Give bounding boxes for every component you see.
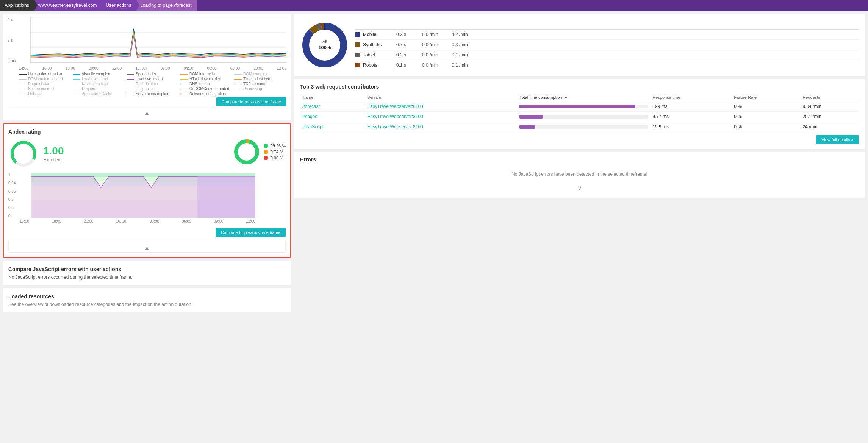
- compare-js-text: No JavaScript errors occurred during the…: [8, 275, 286, 280]
- breadcrumb-item-applications[interactable]: Applications: [0, 0, 34, 11]
- contributors-card: Top 3 web request contributors Name Serv…: [294, 79, 865, 149]
- mobile-val2: 0.0 /min: [422, 32, 449, 37]
- chart-y-labels: 4 s 2 s 0 ms: [8, 17, 16, 63]
- apdex-gauge-section: 1.00 Excellent: [8, 139, 64, 169]
- row-service-images[interactable]: EasyTravelWebserver:8100: [367, 114, 423, 119]
- table-row: JavaScript EasyTravelWebserver:8100 15.9…: [300, 122, 859, 132]
- excellent-pct: 99.26 %: [271, 144, 286, 148]
- row-response-forecast: 199 ms: [650, 101, 732, 112]
- robots-label: Robots: [363, 62, 393, 68]
- tablet-color: [355, 53, 360, 57]
- donut-row-tablet: Tablet 0.2 s 0.0 /min 0.1 /min: [355, 50, 859, 60]
- tablet-label: Tablet: [363, 52, 393, 58]
- view-full-details-btn[interactable]: View full details »: [816, 135, 859, 144]
- apdex-donut-section: 99.26 % 0.74 % 0.00 %: [233, 139, 286, 165]
- robots-color: [355, 63, 360, 67]
- donut-table: Mobile 0.2 s 0.0 /min 4.2 /min Synthetic…: [355, 20, 859, 70]
- legend-processing: Processing: [234, 87, 286, 91]
- chevron-up-icon: ▲: [144, 110, 150, 116]
- apdex-right-section: 99.26 % 0.74 % 0.00 %: [72, 139, 286, 165]
- donut-center-label: All: [322, 39, 327, 44]
- legend-request-start: Request start: [19, 82, 71, 86]
- apdex-card: Apdex rating 1.00 Excellent: [3, 123, 291, 258]
- loaded-resources-card: Loaded resources See the overview of dow…: [3, 288, 291, 312]
- apdex-top-section: 1.00 Excellent: [8, 139, 286, 169]
- apdex-title: Apdex rating: [8, 129, 286, 135]
- row-requests-images: 25.1 /min: [800, 112, 859, 122]
- loaded-res-title: Loaded resources: [8, 293, 286, 299]
- breadcrumb-item-page[interactable]: Loading of page /forecast: [136, 0, 197, 11]
- donut-row-robots: Robots 0.1 s 0.0 /min 0.1 /min: [355, 60, 859, 70]
- bar-fill-images: [519, 115, 543, 119]
- synthetic-color: [355, 42, 360, 47]
- apdex-compare-btn[interactable]: Compare to previous time frame: [216, 228, 286, 237]
- row-service-forecast[interactable]: EasyTravelWebserver:8100: [367, 104, 423, 109]
- apdex-gauge-svg: [8, 139, 39, 169]
- robots-val1: 0.1 s: [396, 62, 419, 68]
- donut-row-synthetic: Synthetic 0.7 s 0.0 /min 0.3 /min: [355, 40, 859, 50]
- apdex-chevron-up-icon: ▲: [144, 245, 150, 251]
- mobile-label: Mobile: [363, 32, 393, 37]
- svg-point-6: [236, 141, 257, 162]
- legend-load-event-start: Load event start: [127, 77, 179, 81]
- row-name-images[interactable]: Images: [302, 114, 317, 119]
- col-name: Name: [300, 94, 365, 101]
- poor-dot: [264, 156, 268, 160]
- apdex-donut-svg: [233, 139, 260, 165]
- errors-expand-btn[interactable]: ∨: [300, 183, 859, 193]
- perf-compare-btn[interactable]: Compare to previous time frame: [216, 97, 286, 106]
- svg-marker-15: [197, 176, 255, 218]
- apdex-label: Excellent: [43, 157, 64, 162]
- row-service-js[interactable]: EasyTravelWebserver:8100: [367, 124, 423, 129]
- contributors-title: Top 3 web request contributors: [300, 84, 859, 90]
- right-panel: All 100% Mobile 0.2 s 0.0: [294, 14, 865, 312]
- y-label-4s: 4 s: [8, 17, 16, 22]
- robots-val3: 0.1 /min: [452, 62, 478, 68]
- table-row: Images EasyTravelWebserver:8100 9.77 ms …: [300, 112, 859, 122]
- donut-row-mobile: Mobile 0.2 s 0.0 /min 4.2 /min: [355, 30, 859, 40]
- apdex-chart-area: Excellent Good Fair Poor Unacceptable: [31, 173, 255, 218]
- bar-images: [519, 115, 648, 119]
- legend-dom-complete: DOM complete: [234, 72, 286, 76]
- good-dot: [264, 150, 268, 154]
- apdex-chart-svg: [31, 173, 255, 218]
- apdex-legend-poor: 0.00 %: [264, 156, 286, 160]
- left-panel: 4 s 2 s 0 ms: [3, 14, 291, 312]
- synthetic-val3: 0.3 /min: [452, 42, 478, 47]
- breadcrumb-item-domain[interactable]: www.weather.easytravel.com: [34, 0, 102, 11]
- breadcrumb-item-user-actions[interactable]: User actions: [102, 0, 136, 11]
- contributors-table: Name Service Total time consumption ▼ Re…: [300, 94, 859, 132]
- legend-speed-index: Speed index: [127, 72, 179, 76]
- legend-network-consumption: Network consumption: [180, 92, 233, 96]
- bar-fill-forecast: [519, 105, 635, 108]
- perf-collapse-btn[interactable]: ▲: [8, 108, 286, 117]
- bar-fill-js: [519, 125, 535, 129]
- apdex-collapse-btn[interactable]: ▲: [9, 243, 285, 252]
- legend-onload: OnLoad: [19, 92, 71, 96]
- good-pct: 0.74 %: [271, 150, 283, 154]
- performance-chart-card: 4 s 2 s 0 ms: [3, 14, 291, 120]
- row-name-js[interactable]: JavaScript: [302, 124, 324, 129]
- col-service: Service: [365, 94, 517, 101]
- apdex-value-section: 1.00 Excellent: [43, 145, 64, 162]
- chart-legend: User action duration Visually complete S…: [19, 72, 286, 96]
- mobile-val3: 4.2 /min: [452, 32, 478, 37]
- legend-request: Request: [73, 87, 125, 91]
- row-requests-forecast: 9.04 /min: [800, 101, 859, 112]
- col-failure: Failure Rate: [732, 94, 800, 101]
- col-total-time: Total time consumption ▼: [517, 94, 650, 101]
- legend-app-cache: Application Cache: [73, 92, 125, 96]
- apdex-legend-excellent: 99.26 %: [264, 144, 286, 148]
- row-response-js: 15.9 ms: [650, 122, 732, 132]
- big-donut-container: All 100%: [300, 20, 349, 70]
- tablet-val2: 0.0 /min: [422, 52, 449, 58]
- big-donut-svg: All 100%: [300, 20, 349, 70]
- compare-js-card: Compare JavaScript errors with user acti…: [3, 261, 291, 285]
- errors-empty-text: No JavaScript errors have been detected …: [300, 165, 859, 183]
- row-name-forecast[interactable]: /forecast: [302, 104, 320, 109]
- y-label-2s: 2 s: [8, 38, 16, 42]
- legend-response: Response: [127, 87, 179, 91]
- col-requests: Requests: [800, 94, 859, 101]
- sort-arrow: ▼: [564, 96, 568, 100]
- legend-visually-complete: Visually complete: [73, 72, 125, 76]
